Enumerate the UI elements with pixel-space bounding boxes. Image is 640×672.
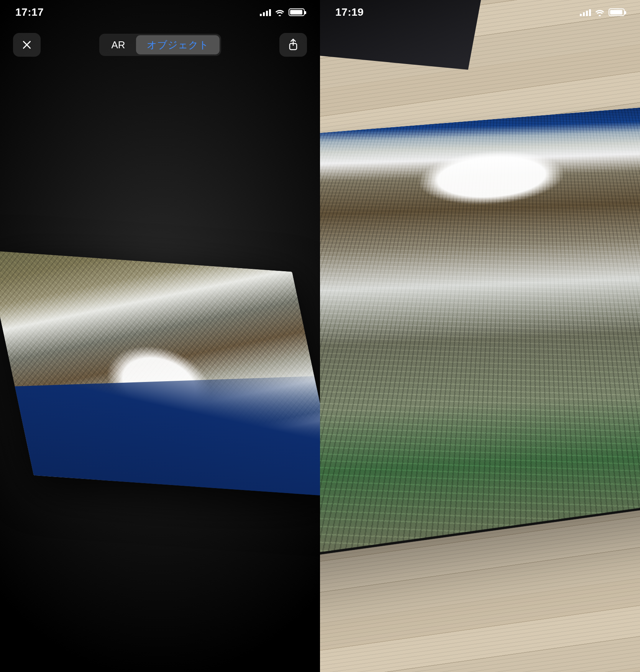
quicklook-toolbar: AR オブジェクト [0, 31, 320, 59]
cellular-signal-icon [580, 8, 591, 16]
status-icons [260, 8, 305, 16]
segment-ar[interactable]: AR [100, 35, 136, 54]
mode-segmented-control: AR オブジェクト [99, 34, 221, 56]
segment-ar-label: AR [111, 39, 125, 51]
close-button[interactable] [13, 33, 41, 57]
status-icons [580, 8, 625, 16]
status-bar: 17:17 [0, 0, 320, 25]
status-bar: 17:19 [320, 0, 640, 25]
terrain-ar-placement[interactable] [320, 107, 640, 565]
status-time: 17:17 [15, 6, 44, 18]
battery-icon [289, 8, 305, 16]
share-button[interactable] [279, 33, 307, 57]
phone-screenshot-ar-mode: 17:19 [320, 0, 640, 672]
close-icon [22, 40, 32, 50]
terrain-3d-preview[interactable] [0, 250, 320, 497]
segment-object-label: オブジェクト [147, 38, 209, 52]
cellular-signal-icon [260, 8, 271, 16]
status-time: 17:19 [335, 6, 364, 18]
battery-icon [609, 8, 625, 16]
segment-object[interactable]: オブジェクト [136, 35, 220, 54]
share-icon [288, 38, 299, 51]
wifi-icon [595, 8, 605, 16]
phone-screenshot-object-mode: 17:17 AR オブジェクト [0, 0, 320, 672]
wifi-icon [275, 8, 285, 16]
